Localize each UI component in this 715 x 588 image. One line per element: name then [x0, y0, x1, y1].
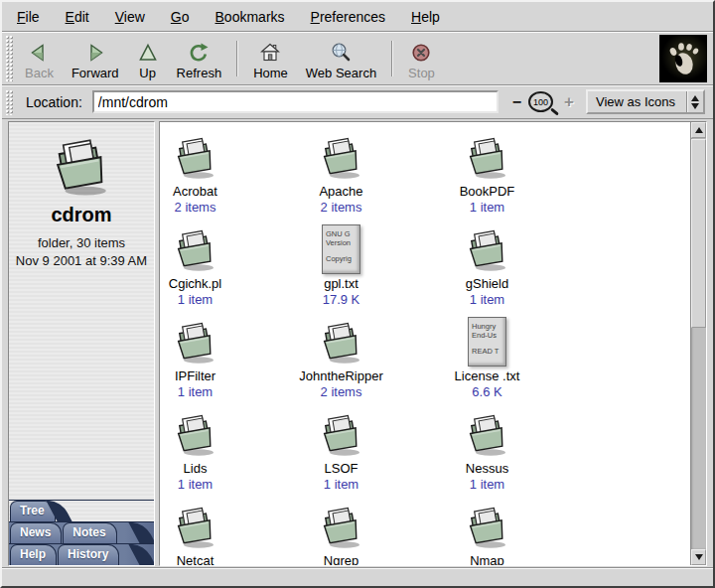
- menu-view[interactable]: View: [102, 3, 158, 31]
- file-count: 1 item: [178, 384, 213, 399]
- folder-icon: [464, 411, 511, 459]
- file-item[interactable]: Hungry End-Us READ T License .txt 6.6 K: [414, 317, 560, 409]
- scroll-down-button[interactable]: [691, 549, 706, 565]
- file-count: 2 items: [321, 200, 362, 215]
- file-item[interactable]: Cgichk.pl 1 item: [160, 224, 268, 317]
- zoom-controls: − 100 +: [508, 91, 578, 112]
- scroll-up-button[interactable]: [691, 122, 706, 138]
- file-count: 1 item: [324, 477, 358, 492]
- web-search-button[interactable]: Web Search: [297, 37, 385, 82]
- sidebar-folder-date: Nov 9 2001 at 9:39 AM: [9, 253, 154, 268]
- menu-go[interactable]: Go: [158, 3, 203, 31]
- file-name: Acrobat: [173, 184, 217, 199]
- sidebar-tab-help[interactable]: Help: [10, 544, 57, 565]
- scrollbar-thumb[interactable]: [691, 139, 706, 328]
- zoom-out-button[interactable]: −: [508, 94, 525, 110]
- locationbar-grip-handle[interactable]: [5, 89, 14, 115]
- menu-file[interactable]: File: [4, 3, 53, 31]
- file-name: JohntheRipper: [299, 368, 383, 383]
- file-name: BookPDF: [460, 184, 515, 199]
- tab-row-3: Help History: [9, 543, 154, 565]
- file-size: 17.9 K: [323, 292, 360, 307]
- file-name: gShield: [466, 276, 508, 291]
- folder-icon: [172, 226, 219, 274]
- content-pane: Acrobat 2 items Apache 2 items BookPDF 1…: [159, 121, 707, 566]
- scrollbar-track[interactable]: [691, 138, 706, 549]
- sidebar-folder-title: cdrom: [9, 204, 154, 226]
- file-count: 2 items: [321, 384, 362, 399]
- sidebar-tab-news[interactable]: News: [10, 522, 62, 543]
- refresh-button[interactable]: Refresh: [168, 37, 231, 82]
- up-button[interactable]: Up: [128, 37, 168, 82]
- location-input[interactable]: [92, 90, 499, 113]
- toolbar-separator: [391, 41, 393, 76]
- file-item[interactable]: Nessus 1 item: [414, 409, 560, 502]
- file-item[interactable]: BookPDF 1 item: [414, 132, 560, 224]
- forward-icon: [84, 40, 106, 66]
- file-name: LSOF: [325, 461, 358, 476]
- menu-bar: File Edit View Go Bookmarks Preferences …: [2, 2, 713, 32]
- stop-icon: [410, 40, 432, 66]
- file-item[interactable]: IPFilter 1 item: [160, 317, 268, 409]
- file-item[interactable]: Lids 1 item: [160, 409, 268, 502]
- menu-preferences[interactable]: Preferences: [298, 3, 399, 31]
- file-item[interactable]: Acrobat 2 items: [160, 132, 268, 224]
- back-icon: [28, 40, 50, 66]
- menu-help[interactable]: Help: [398, 3, 453, 31]
- file-item[interactable]: Nmap: [414, 502, 560, 565]
- folder-icon: [318, 504, 365, 551]
- file-item[interactable]: GNU G Version Copyrig gpl.txt 17.9 K: [268, 224, 414, 317]
- file-name: IPFilter: [175, 368, 215, 383]
- sidebar-folder-icon: [9, 134, 154, 200]
- file-item[interactable]: gShield 1 item: [414, 224, 560, 317]
- main-pane: cdrom folder, 30 items Nov 9 2001 at 9:3…: [2, 119, 713, 568]
- file-name: Ngrep: [324, 553, 358, 565]
- text-file-icon: GNU G Version Copyrig: [322, 224, 360, 274]
- folder-icon: [464, 226, 511, 274]
- vertical-scrollbar[interactable]: [690, 122, 706, 565]
- zoom-level-indicator[interactable]: 100: [528, 91, 553, 112]
- forward-button[interactable]: Forward: [63, 37, 128, 82]
- menu-edit[interactable]: Edit: [53, 3, 102, 31]
- file-item[interactable]: Ngrep: [268, 502, 414, 565]
- toolbar-grip-handle[interactable]: [5, 35, 14, 81]
- sidebar-tab-notes[interactable]: Notes: [63, 522, 116, 543]
- text-file-icon: Hungry End-Us READ T: [468, 317, 506, 367]
- file-name: Netcat: [177, 553, 214, 565]
- view-mode-label: View as Icons: [588, 94, 686, 109]
- file-item[interactable]: JohntheRipper 2 items: [268, 317, 414, 409]
- stop-button[interactable]: Stop: [399, 37, 444, 82]
- file-item[interactable]: LSOF 1 item: [268, 409, 414, 502]
- folder-icon: [318, 411, 365, 459]
- file-name: gpl.txt: [324, 276, 358, 291]
- file-name: Cgichk.pl: [169, 276, 221, 291]
- tab-row-1: Tree: [9, 500, 154, 521]
- folder-icon: [172, 504, 219, 551]
- arrow-down-icon: [695, 554, 703, 560]
- home-icon: [259, 40, 281, 66]
- folder-icon: [172, 319, 219, 367]
- back-button[interactable]: Back: [16, 37, 63, 82]
- footprint-icon: [663, 39, 703, 78]
- view-mode-dropdown[interactable]: View as Icons: [586, 89, 705, 114]
- sidebar-tab-history[interactable]: History: [58, 544, 119, 565]
- home-button[interactable]: Home: [244, 37, 297, 82]
- folder-icon: [318, 134, 365, 182]
- sidebar-folder-info: folder, 30 items: [9, 235, 154, 250]
- folder-icon: [172, 411, 219, 459]
- folder-icon: [464, 504, 511, 551]
- file-item[interactable]: Netcat: [160, 502, 268, 565]
- tool-bar: Back Forward Up Refresh: [2, 32, 713, 85]
- folder-icon: [172, 134, 219, 182]
- menu-bookmarks[interactable]: Bookmarks: [203, 3, 298, 31]
- file-count: 1 item: [178, 292, 213, 307]
- file-manager-window: File Edit View Go Bookmarks Preferences …: [0, 0, 715, 588]
- file-name: License .txt: [455, 368, 520, 383]
- sidebar: cdrom folder, 30 items Nov 9 2001 at 9:3…: [8, 121, 155, 566]
- tab-row-2: News Notes: [9, 521, 154, 543]
- file-count: 2 items: [175, 200, 216, 215]
- zoom-in-button[interactable]: +: [556, 94, 578, 110]
- file-item[interactable]: Apache 2 items: [268, 132, 414, 224]
- location-label: Location:: [26, 94, 82, 110]
- dropdown-spinner-icon: [686, 91, 703, 112]
